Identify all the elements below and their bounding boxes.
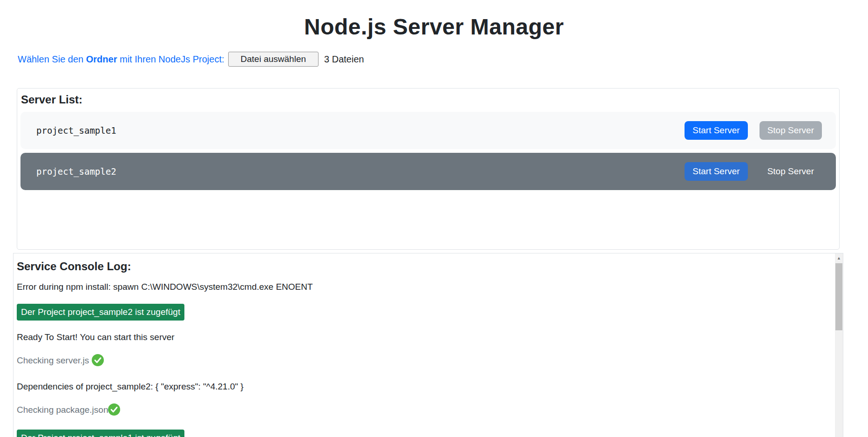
log-badge: Der Project project_sample1 ist zugefügt [17,430,184,437]
file-picker-label-bold: Ordner [86,54,117,64]
log-badge: Der Project project_sample2 ist zugefügt [17,304,184,321]
scroll-up-arrow-icon[interactable]: ▲ [835,253,843,263]
log-text: Dependencies of project_sample2: { "expr… [17,382,244,391]
server-name: project_sample2 [36,166,116,177]
server-list-heading: Server List: [21,93,836,106]
file-picker-row: Wählen Sie den Ordner mit Ihren NodeJs P… [18,52,868,67]
file-count-text: 3 Dateien [324,54,364,65]
file-select-button[interactable]: Datei auswählen [228,52,319,67]
log-text: Checking package.json [17,405,108,415]
file-picker-label-suffix: mit Ihren NodeJs Project: [117,54,224,64]
check-circle-icon [108,403,120,419]
log-entry: Checking server.js [17,354,829,370]
scrollbar-thumb[interactable] [835,263,842,330]
file-picker-label: Wählen Sie den Ordner mit Ihren NodeJs P… [18,54,224,65]
log-entry: Ready To Start! You can start this serve… [17,331,829,344]
log-entry: Error during npm install: spawn C:\WINDO… [17,280,829,294]
stop-server-button[interactable]: Stop Server [760,162,822,181]
start-server-button[interactable]: Start Server [685,162,747,181]
log-text: Checking server.js [17,355,89,365]
console-log-panel: Service Console Log: Error during npm in… [13,253,843,437]
log-entry: Checking package.json [17,403,829,419]
server-list-panel: Server List: project_sample1 Start Serve… [17,88,840,250]
stop-server-button[interactable]: Stop Server [760,121,822,140]
console-log-heading: Service Console Log: [17,260,829,273]
console-scrollbar[interactable]: ▲ [835,253,843,437]
server-name: project_sample1 [36,125,116,136]
start-server-button[interactable]: Start Server [685,121,747,140]
log-entry: Dependencies of project_sample2: { "expr… [17,380,829,393]
log-entry: Der Project project_sample2 ist zugefügt [17,304,829,321]
page-title: Node.js Server Manager [0,14,868,40]
check-circle-icon [92,354,104,370]
log-text: Ready To Start! You can start this serve… [17,332,175,342]
log-text: Error during npm install: spawn C:\WINDO… [17,282,313,292]
log-entry: Der Project project_sample1 ist zugefügt [17,430,829,437]
server-row-project-sample1: project_sample1 Start Server Stop Server [20,112,836,149]
file-picker-label-prefix: Wählen Sie den [18,54,86,64]
server-row-project-sample2: project_sample2 Start Server Stop Server [20,153,836,190]
